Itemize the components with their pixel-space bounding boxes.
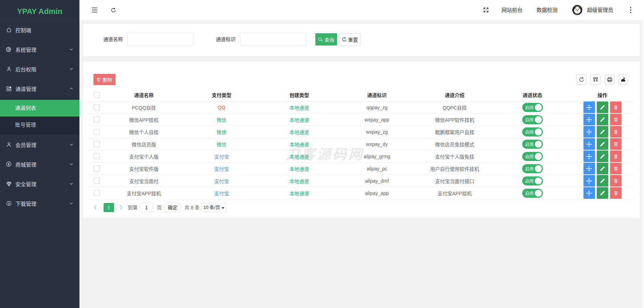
pg-inputpage[interactable]: 1 <box>140 203 153 212</box>
btn-查询[interactable]: 查询 <box>315 33 337 46</box>
del-alipay_grmg[interactable] <box>610 150 622 162</box>
pg-tojump: 到第 <box>128 203 138 212</box>
del-alipay_app[interactable] <box>610 187 622 199</box>
table: 通道名称支付类型创建类型通道标识通道介绍通道状态操作 PCQQ自挂QQ本地通道q… <box>88 89 634 200</box>
edit-wxpay_zg[interactable] <box>597 126 608 138</box>
del-qqpay_zg[interactable] <box>610 102 622 113</box>
edit-alipay_grmg[interactable] <box>597 150 608 162</box>
pg-confirm[interactable]: 确定 <box>164 203 181 212</box>
switch-wxpay_dy[interactable]: 启用 <box>522 140 543 149</box>
del-wxpay_zg[interactable] <box>610 126 622 138</box>
move-wxpay_zg[interactable] <box>583 126 595 138</box>
scrollbar <box>642 20 644 308</box>
menu: 控制端 系统管理 后台权限 通道管理 通道列表 账号管理 会员管理 <box>0 20 79 213</box>
pg-1[interactable]: 1 <box>104 203 114 212</box>
tool-打印[interactable] <box>604 75 615 85</box>
tool-筛选列[interactable] <box>590 75 601 85</box>
search-panel: 通道名称 通道标识 查询 重置 <box>83 24 640 56</box>
link-网站前台[interactable]: 网站前台 <box>502 0 523 20</box>
label-通道标识: 通道标识 <box>204 33 236 46</box>
move-alipay_app[interactable] <box>583 187 595 199</box>
row-alipay_grmg: 支付宝个人版支付宝本地通道alipay_grmg支付宝个人版免挂启用 <box>88 150 634 162</box>
move-alipay_dmf[interactable] <box>583 175 595 187</box>
collapse[interactable] <box>89 0 100 20</box>
switch-wxpay_app[interactable]: 启用 <box>522 115 543 124</box>
menu-商城管理[interactable]: 商城管理 <box>0 154 79 174</box>
checkbox-wxpay_zg[interactable] <box>94 129 100 135</box>
tool-导出[interactable] <box>618 75 628 85</box>
del-alipay_dmf[interactable] <box>610 175 622 187</box>
link-数据检测[interactable]: 数据检测 <box>537 0 558 20</box>
del-wxpay_dy[interactable] <box>610 138 622 150</box>
pg-size[interactable]: 10 条/页 <box>201 203 226 212</box>
edit-wxpay_dy[interactable] <box>597 138 608 150</box>
btn-重置[interactable]: 重置 <box>339 33 361 46</box>
switch-qqpay_zg[interactable]: 启用 <box>522 103 543 112</box>
switch-alipay_pc[interactable]: 启用 <box>522 164 543 173</box>
checkbox-alipay_grmg[interactable] <box>94 153 100 159</box>
row-alipay_pc: 支付宝软件版支付宝本地通道alipay_pc用户自行使用软件挂机启用 <box>88 162 634 175</box>
refresh[interactable] <box>108 0 119 20</box>
checkbox-alipay_dmf[interactable] <box>94 178 100 184</box>
switch-alipay_app[interactable]: 启用 <box>522 189 543 198</box>
edit-wxpay_app[interactable] <box>597 114 608 125</box>
table-panel: 删除 刀客源码网 通道名称支付类型创建类型通道标识通道介绍通道状态操作 PCQQ… <box>83 62 640 218</box>
input-通道标识[interactable] <box>240 33 307 46</box>
menu-控制端[interactable]: 控制端 <box>0 20 79 40</box>
topbar: 网站前台 数据检测 超级管理员 <box>79 0 644 20</box>
edit-alipay_app[interactable] <box>597 187 608 199</box>
checkbox-all[interactable] <box>94 92 100 98</box>
edit-alipay_dmf[interactable] <box>597 175 608 187</box>
menu-安全管理[interactable]: 安全管理 <box>0 174 79 194</box>
sidebar: YPAY Admin 控制端 系统管理 后台权限 通道管理 通道列表 账号管理 <box>0 0 79 308</box>
checkbox-wxpay_app[interactable] <box>94 117 100 122</box>
checkbox-alipay_app[interactable] <box>94 190 100 196</box>
switch-alipay_grmg[interactable]: 启用 <box>522 152 543 161</box>
checkbox-alipay_pc[interactable] <box>94 166 100 172</box>
pg-page: 页 <box>157 203 162 212</box>
row-qqpay_zg: PCQQ自挂QQ本地通道qqpay_zgQQPC自挂启用 <box>88 101 634 113</box>
menu-后台权限[interactable]: 后台权限 <box>0 59 79 79</box>
row-wxpay_zg: 微信个人自挂微信本地通道wxpay_zg鲲鹏框架用户自挂启用 <box>88 126 634 138</box>
table-header: 通道名称支付类型创建类型通道标识通道介绍通道状态操作 <box>88 89 634 101</box>
pg-total: 共 8 条 <box>184 203 200 212</box>
menu-系统管理[interactable]: 系统管理 <box>0 40 79 59</box>
logo: YPAY Admin <box>0 0 79 20</box>
edit-qqpay_zg[interactable] <box>597 102 608 113</box>
row-wxpay_app: 微信APP挂机微信本地通道wxpay_app微信APP软件挂机启用 <box>88 113 634 126</box>
move-wxpay_app[interactable] <box>583 114 595 125</box>
edit-alipay_pc[interactable] <box>597 163 608 174</box>
menu-会员管理[interactable]: 会员管理 <box>0 135 79 154</box>
label-通道名称: 通道名称 <box>91 33 123 46</box>
move-alipay_pc[interactable] <box>583 163 595 174</box>
move-wxpay_dy[interactable] <box>583 138 595 150</box>
submenu-通道管理: 通道列表 账号管理 <box>0 98 79 135</box>
switch-wxpay_zg[interactable]: 启用 <box>522 127 543 136</box>
tool-刷新[interactable] <box>576 75 587 85</box>
checkbox-wxpay_dy[interactable] <box>94 141 100 147</box>
fullscreen[interactable] <box>480 0 492 20</box>
menu-下载管理[interactable]: 下载管理 <box>0 194 79 213</box>
submenu-账号管理[interactable]: 账号管理 <box>0 117 79 133</box>
page: YPAY Admin 控制端 系统管理 后台权限 通道管理 通道列表 账号管理 <box>0 0 644 308</box>
row-alipay_dmf: 支付宝当面付支付宝本地通道alipay_dmf支付宝当面付接口启用 <box>88 175 634 187</box>
move-qqpay_zg[interactable] <box>583 102 595 113</box>
row-alipay_app: 支付宝APP挂机支付宝本地通道alipay_app支付宝APP挂机启用 <box>88 187 634 199</box>
pg-prev[interactable] <box>92 203 98 212</box>
user-超级管理员[interactable]: 超级管理员 <box>587 0 613 20</box>
more[interactable] <box>627 0 635 20</box>
input-通道名称[interactable] <box>127 33 194 46</box>
move-alipay_grmg[interactable] <box>583 150 595 162</box>
pg-next[interactable] <box>118 203 124 212</box>
btn-删除[interactable]: 删除 <box>93 74 115 85</box>
submenu-通道列表[interactable]: 通道列表 <box>0 100 79 117</box>
switch-alipay_dmf[interactable]: 启用 <box>522 176 543 186</box>
checkbox-qqpay_zg[interactable] <box>94 104 100 110</box>
avatar[interactable] <box>572 5 582 15</box>
menu-通道管理[interactable]: 通道管理 <box>0 79 79 98</box>
row-wxpay_dy: 微信店员版微信本地通道wxpay_dy微信店员免挂模式启用 <box>88 138 634 150</box>
del-wxpay_app[interactable] <box>610 114 622 125</box>
del-alipay_pc[interactable] <box>610 163 622 174</box>
pagination: 1 到第 1 页 确定 共 8 条 10 条/页 <box>83 203 640 212</box>
